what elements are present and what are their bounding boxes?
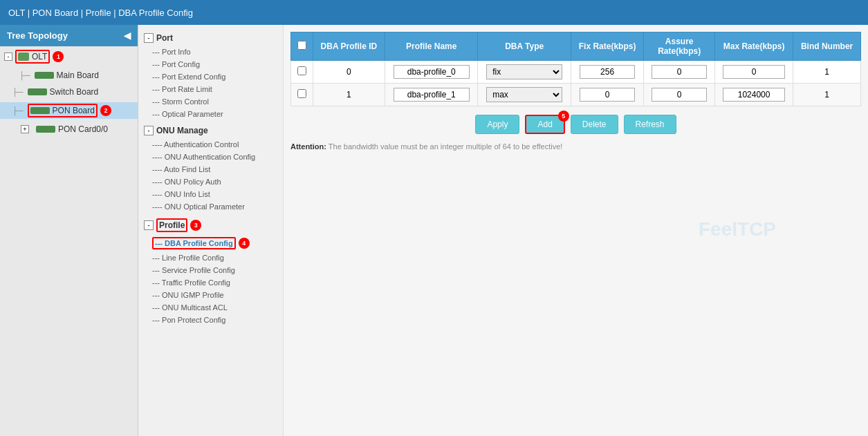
row-1-assure-rate [644, 84, 715, 106]
assure-rate-input-0[interactable] [652, 65, 707, 79]
tree-poncard-row[interactable]: + PON Card0/0 [0, 123, 138, 135]
nav-traffic-profile[interactable]: --- Traffic Profile Config [138, 276, 283, 289]
assure-rate-input-1[interactable] [652, 88, 707, 102]
nav-onu-auth-config[interactable]: ---- ONU Authentication Config [138, 151, 283, 163]
dba-profile-table: DBA Profile ID Profile Name DBA Type Fix… [290, 32, 861, 106]
row-0-id: 0 [313, 61, 385, 84]
nav-line-profile-config[interactable]: --- Line Profile Config [138, 252, 283, 264]
mainboard-icon [35, 72, 54, 79]
row-0-fix-rate [571, 61, 644, 84]
onu-section-label: ONU Manage [156, 126, 208, 135]
header-breadcrumb: OLT | PON Board | Profile | DBA Profile … [8, 8, 193, 18]
profile-highlight: Profile [156, 218, 187, 232]
tree-item-olt: - OLT 1 [0, 46, 138, 67]
table-row: 0 fixmaxassuredassured+fixassured+max 1 [291, 61, 861, 84]
button-row: Apply Add 5 Delete Refresh [290, 115, 861, 134]
switchboard-icon [28, 88, 47, 95]
delete-button[interactable]: Delete [571, 115, 618, 134]
attention-message: The bandwidth value must be an integer m… [329, 142, 563, 151]
attention-text: Attention: The bandwidth value must be a… [290, 142, 861, 151]
fix-rate-input-0[interactable] [580, 65, 635, 79]
nav-dba-profile-config[interactable]: --- DBA Profile Config 4 [138, 235, 283, 252]
add-button-label: Add [537, 120, 552, 129]
apply-button[interactable]: Apply [475, 115, 519, 134]
row-checkbox-1[interactable] [297, 89, 306, 98]
col-profile-name: Profile Name [385, 32, 478, 61]
profile-name-input-0[interactable] [394, 65, 470, 79]
nav-onu-optical[interactable]: ---- ONU Optical Parameter [138, 200, 283, 213]
main-layout: Tree Topology ◀ - OLT 1 ├─ Main Board [0, 25, 868, 436]
dba-type-select-1[interactable]: fixmaxassuredassured+fixassured+max [486, 87, 562, 102]
ponboard-highlight: PON Board [28, 104, 98, 117]
row-0-bind-number: 1 [793, 61, 861, 84]
max-rate-input-0[interactable] [723, 65, 785, 79]
nav-section-onu: - ONU Manage ---- Authentication Control… [138, 123, 283, 213]
port-section-label: Port [156, 33, 173, 43]
mainboard-label: Main Board [57, 70, 99, 80]
poncard-expand-icon[interactable]: + [21, 125, 29, 133]
col-checkbox [291, 32, 313, 61]
onu-toggle[interactable]: - [144, 126, 154, 135]
profile-toggle[interactable]: - [144, 220, 154, 230]
add-button[interactable]: Add 5 [525, 115, 564, 134]
nav-onu-policy[interactable]: ---- ONU Policy Auth [138, 176, 283, 188]
nav-auth-control[interactable]: ---- Authentication Control [138, 138, 283, 151]
nav-onu-igmp[interactable]: --- ONU IGMP Profile [138, 289, 283, 301]
fix-rate-input-1[interactable] [580, 88, 635, 102]
nav-service-profile[interactable]: --- Service Profile Config [138, 264, 283, 276]
badge-4: 4 [239, 238, 250, 249]
nav-port-extend-config[interactable]: --- Port Extend Config [138, 70, 283, 83]
row-1-max-rate [715, 84, 793, 106]
row-0-assure-rate [644, 61, 715, 84]
max-rate-input-1[interactable] [723, 88, 785, 102]
row-0-max-rate [715, 61, 793, 84]
nav-onu-multicast[interactable]: --- ONU Multicast ACL [138, 301, 283, 314]
col-bind-number: Bind Number [793, 32, 861, 61]
olt-icon [18, 53, 29, 61]
profile-name-input-1[interactable] [394, 88, 470, 102]
select-all-checkbox[interactable] [297, 41, 306, 50]
nav-section-profile: - Profile 3 --- DBA Profile Config 4 ---… [138, 216, 283, 326]
row-1-profile-name [385, 84, 478, 106]
tree-mainboard-row[interactable]: ├─ Main Board [7, 69, 138, 82]
col-dba-type: DBA Type [478, 32, 571, 61]
dba-type-select-0[interactable]: fixmaxassuredassured+fixassured+max [486, 64, 562, 79]
row-1-checkbox [291, 84, 313, 106]
badge-2: 2 [100, 105, 111, 116]
olt-label: OLT [32, 52, 47, 61]
ponboard-label: PON Board [53, 106, 95, 115]
left-nav: - Port --- Port Info --- Port Config ---… [138, 25, 284, 436]
header: OLT | PON Board | Profile | DBA Profile … [0, 0, 868, 25]
row-1-id: 1 [313, 84, 385, 106]
col-id: DBA Profile ID [313, 32, 385, 61]
table-row: 1 fixmaxassuredassured+fixassured+max 1 [291, 84, 861, 106]
nav-storm-control[interactable]: --- Storm Control [138, 95, 283, 108]
tree-olt-row[interactable]: - OLT 1 [0, 48, 138, 65]
nav-optical-parameter[interactable]: --- Optical Parameter [138, 108, 283, 120]
refresh-button[interactable]: Refresh [624, 115, 676, 134]
tree-switchboard-row[interactable]: ├─ Switch Board [0, 86, 138, 98]
sidebar: Tree Topology ◀ - OLT 1 ├─ Main Board [0, 25, 138, 436]
row-1-bind-number: 1 [793, 84, 861, 106]
watermark: FeelTCP [699, 218, 776, 240]
switchboard-label: Switch Board [50, 87, 99, 97]
olt-expand-icon[interactable]: - [4, 53, 12, 61]
right-content: FeelTCP DBA Profile ID Profile Name DBA … [284, 25, 868, 436]
profile-section-header: - Profile 3 [138, 216, 283, 235]
sidebar-toggle[interactable]: ◀ [124, 30, 131, 41]
poncard-label: PON Card0/0 [58, 124, 108, 134]
nav-onu-info[interactable]: ---- ONU Info List [138, 188, 283, 200]
row-checkbox-0[interactable] [297, 66, 306, 75]
port-toggle[interactable]: - [144, 33, 154, 43]
nav-port-info[interactable]: --- Port Info [138, 46, 283, 58]
badge-3: 3 [190, 220, 201, 231]
tree-ponboard-row[interactable]: ├─ PON Board 2 [0, 102, 138, 119]
nav-auto-find[interactable]: ---- Auto Find List [138, 163, 283, 176]
nav-port-rate-limit[interactable]: --- Port Rate Limit [138, 83, 283, 95]
table-body: 0 fixmaxassuredassured+fixassured+max 1 … [291, 61, 861, 106]
row-1-fix-rate [571, 84, 644, 106]
badge-5: 5 [558, 111, 569, 122]
nav-pon-protect[interactable]: --- Pon Protect Config [138, 314, 283, 326]
main-panel: - Port --- Port Info --- Port Config ---… [138, 25, 868, 436]
nav-port-config[interactable]: --- Port Config [138, 58, 283, 70]
